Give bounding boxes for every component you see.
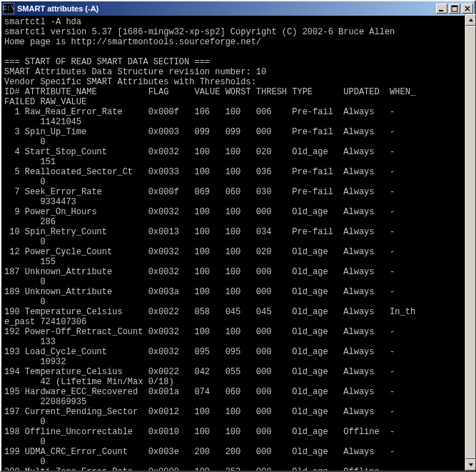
window-title: SMART attributes (-A) bbox=[17, 4, 436, 13]
terminal-output: smartctl -A hda smartctl version 5.37 [i… bbox=[1, 16, 475, 471]
maximize-button[interactable] bbox=[449, 4, 460, 14]
scroll-up-button[interactable] bbox=[465, 14, 476, 26]
scroll-track[interactable] bbox=[465, 26, 476, 459]
scroll-thumb[interactable] bbox=[465, 26, 476, 459]
minimize-button[interactable] bbox=[436, 4, 447, 14]
close-button[interactable] bbox=[462, 4, 473, 14]
cmd-icon: C:\ bbox=[3, 3, 14, 14]
svg-rect-0 bbox=[439, 10, 443, 11]
titlebar[interactable]: C:\ SMART attributes (-A) bbox=[1, 1, 475, 16]
svg-rect-2 bbox=[452, 6, 457, 7]
scroll-down-button[interactable] bbox=[465, 459, 476, 471]
window-controls bbox=[436, 4, 473, 14]
app-window: C:\ SMART attributes (-A) smartctl -A hd… bbox=[0, 0, 476, 472]
vertical-scrollbar[interactable] bbox=[465, 14, 476, 471]
